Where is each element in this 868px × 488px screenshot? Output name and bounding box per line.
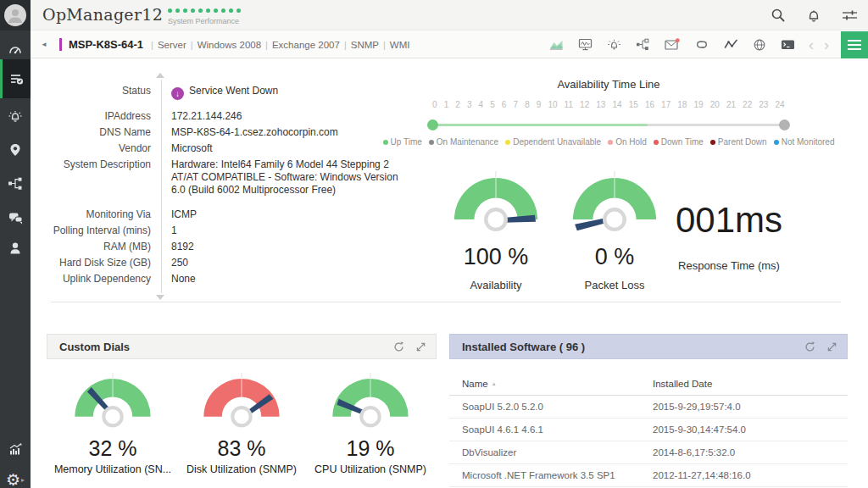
back-button[interactable]: ◄ [41, 41, 47, 48]
person-icon [8, 241, 23, 256]
collapse-details-button[interactable] [156, 73, 164, 78]
hour-label: 21 [726, 100, 736, 109]
alarm-button[interactable] [607, 38, 621, 51]
sliders-icon [842, 8, 858, 22]
detail-label: Vendor [31, 142, 151, 155]
detail-label: IPAddress [31, 110, 151, 123]
hour-label: 0 [432, 100, 437, 109]
web-button[interactable] [753, 38, 766, 52]
detail-value: Microsoft [171, 142, 402, 155]
gauge-dial [328, 371, 413, 429]
uptime-bar [432, 124, 648, 126]
hour-label: 4 [479, 100, 484, 109]
detail-row: Monitoring ViaICMP [31, 208, 412, 221]
crumb-separator: | [344, 40, 347, 50]
hour-label: 16 [645, 100, 654, 109]
globe-icon [753, 38, 766, 52]
legend-label: On Hold [615, 137, 647, 147]
status-dot [221, 8, 225, 13]
refresh-dials-button[interactable] [393, 341, 404, 352]
custom-dial: 19 %CPU Utilization (SNMP) [309, 371, 432, 475]
column-header-date[interactable]: Installed Date [653, 379, 712, 389]
nav-inventory-item[interactable] [0, 59, 31, 98]
link-loop-icon [694, 38, 709, 51]
software-table-head: Name▲Installed Date [449, 373, 848, 396]
link-button[interactable] [694, 38, 709, 51]
detail-value: ↓Service Went Down [171, 85, 402, 100]
dial-value: 19 % [309, 436, 432, 461]
legend-item: Parent Down [710, 137, 767, 147]
crumb-separator: | [191, 40, 193, 50]
app-subtitle: System Performance [168, 17, 239, 25]
nav-settings-item[interactable]: ⚙▸ [0, 463, 31, 488]
refresh-software-button[interactable] [804, 341, 815, 352]
software-date: 2014-8-6,17:5:32.0 [653, 447, 735, 458]
detail-value: None [171, 273, 402, 286]
bell-icon [806, 8, 821, 23]
status-dot [183, 8, 187, 13]
timeline-end-dot[interactable] [779, 119, 790, 130]
hour-label: 10 [548, 100, 557, 109]
expand-details-button[interactable] [156, 295, 164, 300]
performance-chart-button[interactable] [549, 38, 564, 51]
detail-label: Polling Interval (mins) [31, 225, 151, 237]
search-button[interactable] [771, 8, 786, 23]
legend-label: Dependent Unavailable [513, 137, 601, 147]
area-chart-icon [549, 38, 564, 51]
hour-label: 9 [537, 100, 542, 109]
legend-dot-icon [710, 140, 715, 145]
detail-row: IPAddress172.21.144.246 [31, 110, 412, 123]
detail-value: 172.21.144.246 [171, 110, 402, 123]
column-header-name[interactable]: Name▲ [462, 379, 653, 389]
nav-maps-item[interactable] [0, 134, 31, 166]
availability-gauge: 100 %Availability [441, 169, 551, 291]
gauge-dial [449, 169, 542, 233]
mail-icon [665, 38, 680, 51]
nav-alarms-item[interactable] [0, 100, 31, 132]
graph-button[interactable] [724, 38, 738, 51]
notifications-button[interactable] [806, 8, 821, 23]
nav-chat-item[interactable] [0, 202, 31, 234]
legend-label: Parent Down [718, 137, 767, 147]
hour-label: 12 [580, 100, 589, 109]
status-dots [168, 8, 241, 13]
nav-reports-item[interactable] [0, 433, 31, 465]
service-down-icon: ↓ [171, 87, 184, 100]
custom-dials-title: Custom Dials [59, 341, 130, 353]
software-table-body: SoapUI 5.2.0 5.2.02015-9-29,19:57:4.0Soa… [449, 396, 848, 487]
hour-label: 2 [455, 100, 460, 109]
legend-label: Down Time [661, 137, 704, 147]
hour-label: 7 [513, 100, 518, 109]
nav-users-item[interactable] [0, 232, 31, 264]
breadcrumb-item: WMI [390, 40, 410, 50]
nav-topology-item[interactable] [0, 168, 31, 200]
expand-dials-button[interactable] [416, 342, 426, 352]
hour-label: 6 [502, 100, 507, 109]
gear-caret-icon: ▸ [21, 476, 25, 484]
search-icon [771, 8, 786, 23]
custom-dial: 32 %Memory Utilization (SN... [51, 371, 175, 475]
detail-value: ICMP [171, 208, 402, 221]
detail-row: Hard Disk Size (GB)250 [31, 257, 412, 269]
avatar[interactable] [0, 0, 31, 30]
mail-button[interactable] [665, 38, 680, 51]
device-accent-bar [59, 38, 62, 51]
user-avatar-icon [4, 4, 26, 26]
hour-label: 11 [565, 100, 573, 109]
menu-button[interactable] [841, 31, 868, 58]
topology-button[interactable] [636, 38, 650, 51]
monitor-button[interactable] [578, 38, 593, 51]
expand-icon [827, 342, 837, 352]
next-page-button[interactable]: › [824, 37, 829, 53]
settings-sliders-button[interactable] [842, 8, 858, 22]
hour-label: 20 [710, 100, 720, 109]
status-dot [229, 8, 233, 13]
gauge-dial [199, 371, 284, 429]
detail-row: DNS NameMSP-K8S-64-1.csez.zohocorpin.com [31, 126, 412, 139]
section-divider [51, 302, 841, 302]
topbar: OpManager12 System Performance [31, 0, 868, 30]
breadcrumb-item: Server [158, 40, 186, 50]
terminal-button[interactable] [781, 38, 795, 51]
expand-software-button[interactable] [827, 342, 837, 352]
prev-page-button[interactable]: ‹ [809, 37, 814, 53]
